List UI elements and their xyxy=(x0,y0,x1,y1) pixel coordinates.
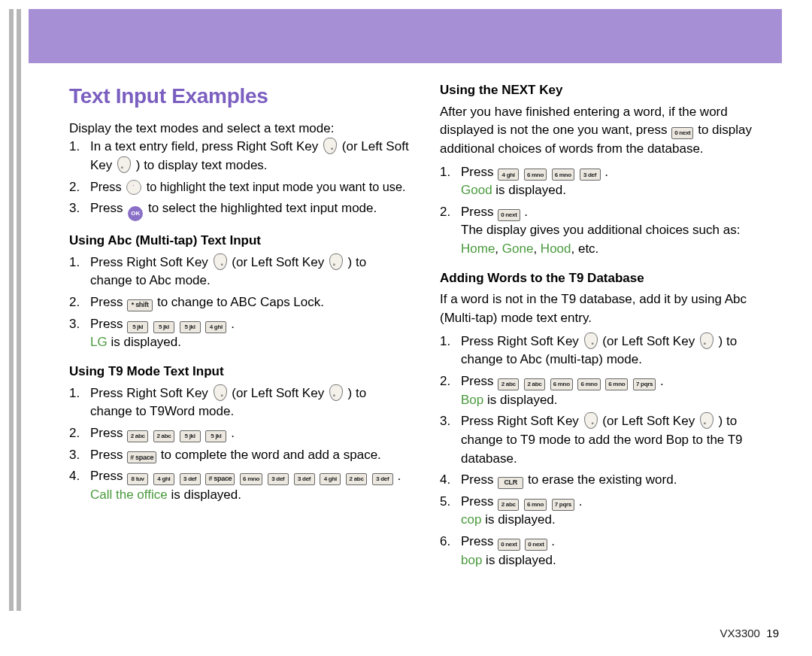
text: Press xyxy=(461,494,497,509)
text: The display gives you additional choices… xyxy=(461,223,740,237)
subheading-abc: Using Abc (Multi-tap) Text Input xyxy=(69,232,410,251)
text: Press Right Soft Key xyxy=(90,255,212,269)
intro-steps: 1. In a text entry field, press Right So… xyxy=(69,138,410,221)
key-hash: # space xyxy=(127,451,156,463)
key-0: 0 next xyxy=(525,539,547,551)
key-5: 5 jkl xyxy=(153,321,174,333)
next-steps: 1. Press 4 ghi 6 mno 6 mno 3 def . Good … xyxy=(440,163,780,259)
display-value: Gone xyxy=(502,241,534,256)
right-soft-key-icon xyxy=(323,138,337,154)
intro-text: Display the text modes and select a text… xyxy=(69,120,410,138)
next-intro: After you have finished entering a word,… xyxy=(440,103,780,159)
page-title: Text Input Examples xyxy=(69,81,410,112)
left-soft-key-icon xyxy=(700,333,714,349)
header-banner xyxy=(29,9,782,63)
key-4: 4 ghi xyxy=(320,473,341,485)
key-2: 2 abc xyxy=(524,378,545,390)
display-value: Good xyxy=(461,183,492,197)
key-5: 5 jkl xyxy=(127,321,148,333)
text: ) to display text modes. xyxy=(136,158,268,172)
key-5: 5 jkl xyxy=(205,430,226,442)
key-6: 6 mno xyxy=(577,378,600,390)
key-6: 6 mno xyxy=(550,378,573,390)
add-steps: 1. Press Right Soft Key (or Left Soft Ke… xyxy=(440,333,780,570)
key-star: * shift xyxy=(127,299,153,311)
text: is displayed. xyxy=(487,393,558,407)
text: . xyxy=(231,426,235,440)
display-value: cop xyxy=(461,512,481,527)
key-3: 3 def xyxy=(180,473,201,485)
display-value: LG xyxy=(90,335,108,349)
subheading-add: Adding Words to the T9 Database xyxy=(440,269,780,288)
left-soft-key-icon xyxy=(329,254,343,270)
text: to select the highlighted text input mod… xyxy=(148,201,377,215)
text: is displayed. xyxy=(485,512,556,527)
text: is displayed. xyxy=(495,183,566,197)
text: Press xyxy=(90,201,126,215)
left-soft-key-icon xyxy=(117,156,131,173)
key-3: 3 def xyxy=(294,473,315,485)
key-7: 7 pqrs xyxy=(633,378,656,390)
text: (or Left Soft Key xyxy=(232,386,328,400)
text: is displayed. xyxy=(111,335,181,349)
text: (or Left Soft Key xyxy=(232,255,328,269)
text: to change to ABC Caps Lock. xyxy=(157,295,324,309)
text: Press xyxy=(90,295,126,309)
page-number: 19 xyxy=(766,627,779,639)
text: Press Right Soft Key xyxy=(461,414,583,428)
abc-steps: 1. Press Right Soft Key (or Left Soft Ke… xyxy=(69,254,410,352)
key-4: 4 ghi xyxy=(153,473,174,485)
key-0: 0 next xyxy=(498,539,520,551)
key-2: 2 abc xyxy=(127,430,148,442)
key-6: 6 mno xyxy=(240,473,262,485)
nav-key-icon xyxy=(126,180,141,195)
text: . xyxy=(660,374,664,388)
key-0: 0 next xyxy=(498,209,520,221)
text: Press xyxy=(461,205,497,219)
display-value: Call the office xyxy=(90,487,168,502)
subheading-t9: Using T9 Mode Text Input xyxy=(69,363,410,381)
key-2: 2 abc xyxy=(498,378,519,390)
key-5: 5 jkl xyxy=(180,430,201,442)
key-8: 8 tuv xyxy=(127,473,148,485)
key-2: 2 abc xyxy=(153,430,174,442)
text: Press xyxy=(90,426,126,440)
ok-key-icon: OK xyxy=(128,206,143,221)
display-value: Bop xyxy=(461,393,483,407)
page-body: Text Input Examples Display the text mod… xyxy=(69,81,780,572)
key-4: 4 ghi xyxy=(498,169,519,181)
text: (or Left Soft Key xyxy=(602,334,698,348)
key-6: 6 mno xyxy=(605,378,628,390)
model-name: VX3300 xyxy=(720,627,760,639)
right-soft-key-icon xyxy=(584,333,598,349)
margin-stripe-1 xyxy=(9,9,14,611)
margin-stripe-2 xyxy=(17,9,21,611)
key-5: 5 jkl xyxy=(180,321,201,333)
text: . xyxy=(604,165,608,179)
t9-steps: 1. Press Right Soft Key (or Left Soft Ke… xyxy=(69,384,410,505)
subheading-next: Using the NEXT Key xyxy=(440,81,780,100)
key-4: 4 ghi xyxy=(205,321,226,333)
text: Press xyxy=(461,374,497,388)
text: . xyxy=(398,469,401,483)
left-column: Text Input Examples Display the text mod… xyxy=(69,81,410,572)
text: . xyxy=(579,494,583,509)
key-3: 3 def xyxy=(268,473,289,485)
text: is displayed. xyxy=(171,487,241,502)
display-value: Hood xyxy=(541,241,571,256)
right-soft-key-icon xyxy=(214,254,227,270)
text: Press xyxy=(461,472,497,487)
key-clr: CLR xyxy=(498,477,523,489)
key-2: 2 abc xyxy=(498,499,519,511)
text: Press xyxy=(461,165,497,179)
add-intro: If a word is not in the T9 database, add… xyxy=(440,290,780,327)
key-6: 6 mno xyxy=(552,169,574,181)
key-3: 3 def xyxy=(372,473,393,485)
right-soft-key-icon xyxy=(214,384,227,401)
right-soft-key-icon xyxy=(584,412,598,429)
text: Press xyxy=(90,180,125,193)
text: Press xyxy=(90,317,126,331)
text: Press Right Soft Key xyxy=(461,334,583,348)
right-column: Using the NEXT Key After you have finish… xyxy=(440,81,780,572)
text: . xyxy=(524,205,528,219)
